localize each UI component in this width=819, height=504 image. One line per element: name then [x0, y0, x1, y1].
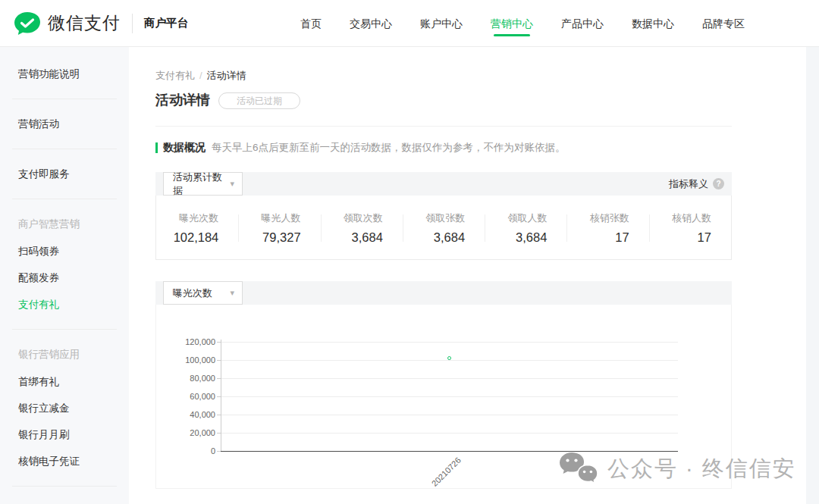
sidebar-item-first-bind-gift[interactable]: 首绑有礼 [0, 368, 129, 395]
portal-label: 商户平台 [144, 16, 188, 30]
gridline [221, 415, 678, 415]
stat-label: 曝光人数 [238, 211, 300, 225]
sidebar-item-bank-discount[interactable]: 银行立减金 [0, 395, 129, 421]
metric-glossary-label: 指标释义 [669, 177, 708, 191]
y-tick [217, 415, 221, 415]
page-title: 活动详情 [155, 91, 210, 109]
sidebar-item-marketing-activity[interactable]: 营销活动 [0, 111, 129, 137]
y-tick [217, 451, 221, 452]
chart-metric-dropdown[interactable]: 曝光次数 ▾ [163, 281, 243, 305]
stat-claim-users: 领取人数 3,684 [485, 211, 566, 259]
stat-claim-sheets: 领取张数 3,684 [403, 211, 485, 259]
scrollbar-track[interactable] [806, 47, 819, 504]
title-divider [155, 126, 732, 127]
stat-redeem-users: 核销人数 17 [649, 211, 731, 259]
stat-value: 102,184 [156, 230, 218, 245]
stat-label: 核销张数 [566, 211, 629, 225]
gridline [221, 342, 678, 343]
stat-value: 3,684 [485, 230, 547, 245]
stat-label: 核销人数 [649, 211, 711, 225]
sidebar-divider [12, 149, 117, 149]
status-badge: 活动已过期 [218, 92, 300, 109]
summary-dropdown[interactable]: 活动累计数据 ▾ [163, 172, 243, 196]
logo-text: 微信支付 [48, 11, 121, 35]
nav-item-brand-zone[interactable]: 品牌专区 [702, 0, 745, 47]
sidebar-item-scan-coupon[interactable]: 扫码领券 [0, 238, 129, 265]
stat-exposure-users: 曝光人数 79,327 [238, 211, 320, 259]
overview-heading: 数据概况 [163, 141, 206, 155]
stat-label: 领取人数 [485, 211, 547, 225]
y-tick-label: 60,000 [156, 392, 215, 401]
stat-value: 3,684 [403, 230, 465, 245]
y-tick [217, 396, 221, 397]
overview-line: 数据概况 每天早上6点后更新至前一天的活动数据，数据仅作为参考，不作为对账依据。 [155, 141, 566, 155]
stat-value: 17 [566, 230, 629, 245]
y-tick-label: 80,000 [156, 374, 215, 383]
stat-label: 领取次数 [321, 211, 383, 225]
y-axis-line [221, 340, 221, 451]
stat-value: 17 [649, 230, 711, 245]
sidebar-item-voucher-verify[interactable]: 核销电子凭证 [0, 448, 129, 474]
question-icon: ? [713, 178, 724, 189]
stats-row: 曝光次数 102,184 曝光人数 79,327 领取次数 3,684 领取张数… [155, 196, 732, 260]
metric-glossary-link[interactable]: 指标释义 ? [669, 172, 724, 196]
nav-item-data-center[interactable]: 数据中心 [632, 0, 674, 47]
summary-panel-bar: 活动累计数据 ▾ 指标释义 ? [155, 172, 732, 196]
stat-redeem-sheets: 核销张数 17 [566, 211, 648, 259]
page: 微信支付 商户平台 首页 交易中心 账户中心 营销中心 产品中心 数据中心 品牌… [0, 0, 819, 504]
nav-item-account-center[interactable]: 账户中心 [420, 0, 463, 47]
breadcrumb: 支付有礼/活动详情 [155, 69, 246, 83]
top-header: 微信支付 商户平台 首页 交易中心 账户中心 营销中心 产品中心 数据中心 品牌… [0, 0, 819, 47]
nav-item-home[interactable]: 首页 [300, 0, 322, 47]
stat-value: 79,327 [238, 230, 300, 245]
wechat-pay-logo[interactable]: 微信支付 [14, 11, 121, 36]
sidebar-divider [12, 99, 117, 99]
stat-exposure-count: 曝光次数 102,184 [156, 211, 238, 259]
gridline [221, 396, 678, 397]
wechat-watermark-icon [559, 452, 598, 487]
header-divider [132, 14, 133, 33]
chevron-down-icon: ▾ [230, 288, 234, 298]
summary-panel: 活动累计数据 ▾ 指标释义 ? 曝光次数 102,184 曝光人数 79,327… [155, 172, 732, 260]
y-tick-label: 20,000 [156, 428, 215, 437]
sidebar-item-clipped[interactable]: 小程序营销 [0, 498, 129, 504]
breadcrumb-separator: / [199, 70, 202, 81]
breadcrumb-current: 活动详情 [207, 70, 246, 81]
sidebar-item-pay-gift[interactable]: 支付有礼 [0, 291, 129, 318]
sidebar-divider [12, 329, 117, 330]
stat-claim-count: 领取次数 3,684 [321, 211, 403, 259]
stat-label: 曝光次数 [156, 211, 218, 225]
y-tick [217, 342, 221, 343]
y-tick-label: 100,000 [156, 355, 215, 365]
sidebar-item-bank-monthly[interactable]: 银行月月刷 [0, 421, 129, 448]
chart-metric-dropdown-value: 曝光次数 [173, 286, 230, 300]
watermark: 公众号 · 终信信安 [559, 452, 796, 487]
breadcrumb-parent[interactable]: 支付有礼 [155, 70, 195, 81]
gridline [221, 360, 678, 361]
y-tick-label: 0 [156, 446, 215, 455]
overview-description: 每天早上6点后更新至前一天的活动数据，数据仅作为参考，不作为对账依据。 [212, 141, 566, 155]
nav-item-product-center[interactable]: 产品中心 [561, 0, 604, 47]
nav-item-marketing-center[interactable]: 营销中心 [491, 0, 533, 47]
y-tick-label: 120,000 [156, 337, 215, 346]
sidebar-item-quota-coupon[interactable]: 配额发券 [0, 265, 129, 291]
stat-value: 3,684 [321, 230, 383, 245]
nav-item-trade-center[interactable]: 交易中心 [350, 0, 392, 47]
gridline [221, 378, 678, 379]
y-tick [217, 378, 221, 379]
stat-label: 领取张数 [403, 211, 465, 225]
sidebar: 营销功能说明 营销活动 支付即服务 商户智慧营销 扫码领券 配额发券 支付有礼 … [0, 47, 129, 504]
sidebar-item-marketing-guide[interactable]: 营销功能说明 [0, 61, 129, 87]
gridline [221, 433, 678, 434]
data-point-20210726[interactable] [447, 356, 451, 360]
sidebar-divider [12, 486, 117, 487]
sidebar-item-pay-as-service[interactable]: 支付即服务 [0, 161, 129, 187]
summary-dropdown-value: 活动累计数据 [173, 171, 230, 198]
chevron-down-icon: ▾ [230, 179, 234, 189]
chart-panel-bar: 曝光次数 ▾ [155, 281, 732, 305]
wechat-pay-icon [14, 11, 41, 36]
top-nav: 首页 交易中心 账户中心 营销中心 产品中心 数据中心 品牌专区 [272, 0, 745, 47]
section-accent-bar [155, 142, 158, 153]
sidebar-section-bank-marketing: 银行营销应用 [0, 341, 129, 368]
watermark-text: 公众号 · 终信信安 [607, 454, 796, 484]
